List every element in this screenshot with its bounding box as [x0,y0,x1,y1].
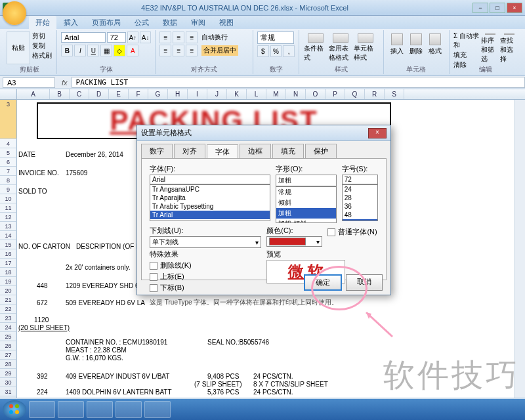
col-header[interactable]: F [129,89,148,99]
vertical-scrollbar[interactable] [514,100,525,398]
row-header[interactable]: 31 [0,387,17,396]
row-header[interactable]: 27 [0,350,17,360]
row-header[interactable]: 24 [0,323,17,332]
cell[interactable]: CONTAINER NO. : ECMU1980191 [66,339,167,346]
format-table-button[interactable]: 套用表格格式 [328,32,353,63]
number-format-combo[interactable]: 常规 [257,32,294,44]
select-all-corner[interactable] [0,89,17,99]
col-header[interactable]: O [306,89,326,99]
currency-button[interactable]: $ [257,45,269,57]
cell[interactable]: (7 SLIP SHEET) [194,381,242,388]
cell[interactable]: SEAL NO.:B5055746 [207,339,269,346]
sort-filter-button[interactable]: 排序和筛选 [480,32,499,63]
fill-color-button[interactable]: ◇ [114,45,125,56]
bold-button[interactable]: B [61,45,73,56]
tab-view[interactable]: 视图 [213,16,240,30]
cancel-button[interactable]: 取消 [346,274,383,291]
start-button[interactable] [3,400,26,419]
color-combo[interactable]: ▾ [266,236,322,247]
strikethrough-checkbox[interactable] [150,262,158,270]
col-header[interactable]: R [365,89,385,99]
cell[interactable]: 24 PCS/CTN. [253,388,293,396]
cell[interactable]: 175609 [66,169,87,177]
tab-data[interactable]: 数据 [156,16,184,30]
row-header[interactable]: 25 [0,332,17,341]
row-header[interactable]: 5 [0,148,17,158]
autosum-button[interactable]: Σ 自动求和 [453,32,480,50]
cell[interactable]: 392 [37,373,48,380]
grow-font-button[interactable]: A↑ [127,32,138,43]
insert-cells-button[interactable]: 插入 [388,32,407,63]
row-header[interactable]: 32 [0,396,17,398]
align-top-button[interactable]: ≡ [159,32,171,43]
cell[interactable]: December 26, 2014 [66,151,123,158]
cell[interactable]: 5,376 PCS [207,388,239,396]
align-mid-button[interactable]: ≡ [173,32,184,43]
dialog-tab-fill[interactable]: 填充 [272,144,304,158]
superscript-checkbox[interactable] [150,273,158,281]
row-header[interactable]: 3 [0,100,17,139]
col-header[interactable]: B [50,89,70,99]
minimize-button[interactable]: − [472,3,488,13]
italic-button[interactable]: I [74,45,86,56]
taskbar-explorer-icon[interactable] [58,401,84,418]
subscript-checkbox[interactable] [150,284,158,292]
col-header[interactable]: A [17,89,50,99]
cell[interactable]: 1409 DOLPHIN 6V LANTERN BATT [66,388,172,396]
col-header[interactable]: H [168,89,188,99]
border-button[interactable]: ▦ [100,45,112,56]
font-color-button[interactable]: A [127,45,138,56]
tab-formulas[interactable]: 公式 [128,16,156,30]
dialog-tab-number[interactable]: 数字 [141,144,173,158]
col-header[interactable]: M [266,89,286,99]
cell[interactable]: 672 [37,299,48,306]
close-button[interactable]: × [507,3,522,13]
comma-button[interactable]: , [283,45,295,57]
row-header[interactable]: 11 [0,203,17,213]
row-header[interactable]: 6 [0,158,17,167]
cut-button[interactable]: 剪切 [32,32,52,41]
row-header[interactable]: 8 [0,176,17,185]
dialog-close-button[interactable]: × [368,128,387,138]
format-cells-button[interactable]: 格式 [426,32,445,63]
cell[interactable]: (20 SLIP SHEET) [18,324,70,331]
format-painter-button[interactable]: 格式刷 [32,51,52,60]
fx-icon[interactable]: fx [58,79,72,87]
col-header[interactable]: P [326,89,345,99]
row-header[interactable]: 17 [0,259,17,268]
maximize-button[interactable]: □ [490,3,505,13]
tab-insert[interactable]: 插入 [57,16,85,30]
row-header[interactable]: 18 [0,268,17,277]
row-header[interactable]: 29 [0,369,17,378]
tab-review[interactable]: 审阅 [184,16,212,30]
underline-button[interactable]: U [87,45,99,56]
cell[interactable]: G.W. : 16,070 KGS. [66,354,123,362]
wrap-text-button[interactable]: 自动换行 [201,33,228,42]
col-header[interactable]: D [89,89,109,99]
cell[interactable]: INVOICE NO. [18,169,59,177]
row-header[interactable]: 12 [0,213,17,222]
taskbar-app-icon[interactable] [116,401,142,418]
cell[interactable]: DATE [18,151,35,158]
align-left-button[interactable]: ≡ [159,45,171,56]
cell[interactable]: SOLD TO [18,188,47,195]
col-header[interactable]: L [247,89,266,99]
fill-button[interactable]: 填充 [453,51,480,60]
find-select-button[interactable]: 查找和选择 [499,32,518,63]
row-header[interactable]: 14 [0,231,17,240]
align-bot-button[interactable]: ≡ [186,32,198,43]
row-header[interactable]: 9 [0,185,17,194]
ok-button[interactable]: 确定 [304,274,342,291]
row-header[interactable]: 16 [0,249,17,259]
font-listbox[interactable]: Tr AngsanaUPC Tr Aparajita Tr Arabic Typ… [150,184,270,221]
cell[interactable]: 8 X 7 CTNS/SLIP SHEET [253,381,328,388]
font-input[interactable]: Arial [150,175,270,184]
tab-home[interactable]: 开始 [29,16,56,30]
row-header[interactable]: 22 [0,304,17,314]
shrink-font-button[interactable]: A↓ [140,32,151,43]
cell[interactable]: NO. OF CARTON [18,243,70,250]
row-header[interactable]: 19 [0,277,17,286]
taskbar-app2-icon[interactable] [144,401,171,418]
cell[interactable]: 2x 20' containers only. [66,264,130,271]
merge-center-button[interactable]: 合并后居中 [201,45,238,56]
